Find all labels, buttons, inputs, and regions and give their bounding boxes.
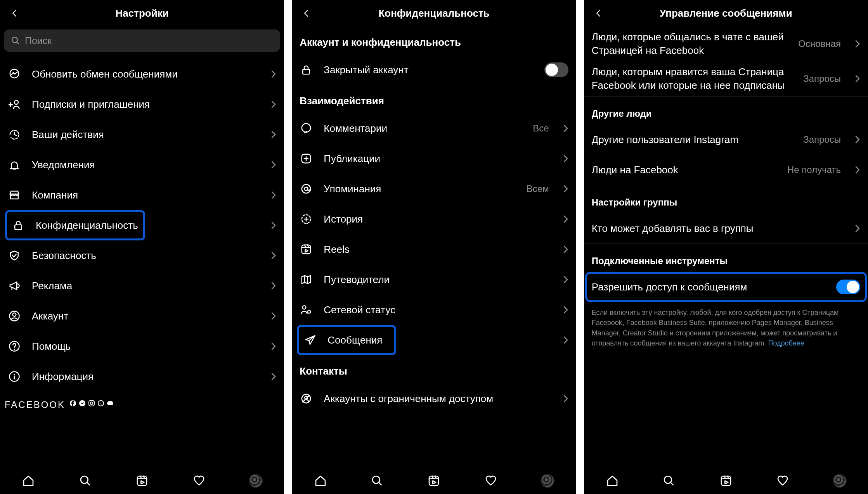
row-ads[interactable]: Реклама: [0, 271, 284, 301]
tab-home[interactable]: [312, 472, 329, 489]
chevron-right-icon: [563, 185, 568, 193]
search-icon: [11, 36, 20, 45]
chevron-right-icon: [271, 161, 276, 169]
tab-search[interactable]: [660, 472, 677, 489]
row-others-ig[interactable]: Другие пользователи Instagram Запросы: [584, 124, 868, 155]
chevron-right-icon: [855, 40, 860, 48]
section-contacts: Контакты: [292, 355, 576, 383]
tab-bar: [292, 467, 576, 494]
page-title: Управление сообщениями: [590, 7, 862, 19]
tab-profile[interactable]: [831, 472, 848, 489]
at-icon: [300, 182, 313, 195]
tab-reels[interactable]: [133, 472, 151, 489]
svg-point-47: [308, 310, 311, 313]
row-group-who[interactable]: Кто может добавлять вас в группы: [584, 213, 868, 244]
row-label: Закрытый аккаунт: [324, 64, 533, 76]
tab-likes[interactable]: [774, 472, 791, 489]
row-security[interactable]: Безопасность: [0, 240, 284, 271]
row-label: Обновить обмен сообщениями: [32, 68, 260, 80]
row-follows[interactable]: Подписки и приглашения: [0, 89, 284, 119]
lock-icon: [300, 63, 313, 76]
row-private-account[interactable]: Закрытый аккаунт: [292, 55, 576, 85]
svg-line-60: [670, 482, 673, 485]
chevron-right-icon: [563, 275, 568, 284]
footer-brand: FACEBOOK: [5, 399, 65, 410]
tab-bar: [584, 467, 868, 494]
row-allow-messages[interactable]: Разрешить доступ к сообщениям: [586, 273, 866, 301]
row-mentions[interactable]: Упоминания Всем: [292, 174, 576, 204]
info-icon: [8, 370, 21, 383]
svg-rect-21: [107, 401, 113, 405]
tab-likes[interactable]: [482, 472, 499, 489]
row-active-status[interactable]: Сетевой статус: [292, 295, 576, 325]
row-label: Сетевой статус: [324, 304, 552, 316]
row-privacy[interactable]: Конфиденциальность: [6, 211, 144, 239]
private-account-toggle[interactable]: [544, 62, 568, 77]
row-help[interactable]: Помощь: [0, 331, 284, 361]
section-group: Настройки группы: [584, 185, 868, 213]
row-value: Основная: [798, 38, 841, 49]
tab-search[interactable]: [369, 472, 386, 489]
row-label: Путеводители: [324, 274, 552, 286]
row-messages[interactable]: Сообщения: [298, 326, 395, 354]
facebook-icon: [69, 400, 76, 407]
row-label: Компания: [32, 189, 260, 201]
messenger-icon: [8, 67, 21, 81]
tab-profile[interactable]: [247, 472, 264, 489]
svg-point-46: [303, 306, 306, 309]
learn-more-link[interactable]: Подробнее: [768, 339, 804, 347]
tab-search[interactable]: [77, 472, 94, 489]
shield-icon: [8, 249, 21, 262]
svg-point-18: [90, 402, 93, 405]
tab-likes[interactable]: [191, 472, 208, 489]
row-label: Сообщения: [327, 334, 392, 346]
row-story[interactable]: История: [292, 204, 576, 234]
row-about[interactable]: Информация: [0, 361, 284, 392]
header: Конфиденциальность: [292, 0, 576, 26]
svg-line-23: [87, 482, 90, 485]
row-label: История: [324, 213, 552, 225]
row-posts[interactable]: Публикации: [292, 143, 576, 174]
tab-reels[interactable]: [425, 472, 442, 489]
svg-rect-7: [15, 225, 22, 230]
tab-reels[interactable]: [717, 472, 735, 489]
row-comments[interactable]: Комментарии Все: [292, 113, 576, 143]
row-guides[interactable]: Путеводители: [292, 264, 576, 295]
row-label: Комментарии: [324, 123, 522, 135]
row-activity[interactable]: Ваши действия: [0, 119, 284, 150]
privacy-screen: Конфиденциальность Аккаунт и конфиденциа…: [292, 0, 576, 494]
row-label: Люди на Facebook: [592, 164, 776, 176]
messenger-dot-icon: [79, 400, 86, 407]
row-update-messaging[interactable]: Обновить обмен сообщениями: [0, 59, 284, 89]
allow-messages-toggle[interactable]: [836, 280, 860, 294]
page-title: Конфиденциальность: [298, 7, 570, 19]
row-label: Аккаунты с ограниченным доступом: [324, 393, 552, 405]
row-label: Люди, которые общались в чате с вашей Ст…: [592, 26, 788, 61]
disclaimer: Если включить эту настройку, любой, для …: [584, 302, 868, 353]
svg-point-20: [98, 401, 104, 406]
row-label: Уведомления: [32, 159, 260, 171]
tab-home[interactable]: [20, 472, 37, 489]
tab-profile[interactable]: [539, 472, 556, 489]
row-account[interactable]: Аккаунт: [0, 301, 284, 331]
search-input[interactable]: Поиск: [4, 29, 280, 52]
row-business[interactable]: Компания: [0, 180, 284, 210]
row-reels[interactable]: Reels: [292, 234, 576, 264]
section-account: Аккаунт и конфиденциальность: [292, 26, 576, 55]
row-restricted[interactable]: Аккаунты с ограниченным доступом: [292, 383, 576, 414]
svg-line-1: [17, 42, 19, 44]
row-label: Помощь: [32, 340, 260, 352]
chevron-right-icon: [563, 306, 568, 314]
svg-marker-58: [433, 481, 436, 484]
row-likes-page[interactable]: Люди, которым нравится ваша Страница Fac…: [584, 61, 868, 96]
section-tools: Подключенные инструменты: [584, 244, 868, 272]
row-people-fb[interactable]: Люди на Facebook Не получать: [584, 155, 868, 185]
row-value: Все: [533, 123, 549, 134]
svg-point-5: [14, 100, 18, 104]
row-chat-page[interactable]: Люди, которые общались в чате с вашей Ст…: [584, 26, 868, 61]
plus-square-icon: [300, 152, 313, 165]
row-label: Разрешить доступ к сообщениям: [592, 281, 825, 293]
oculus-icon: [107, 400, 114, 407]
row-notifications[interactable]: Уведомления: [0, 150, 284, 180]
tab-home[interactable]: [604, 472, 621, 489]
